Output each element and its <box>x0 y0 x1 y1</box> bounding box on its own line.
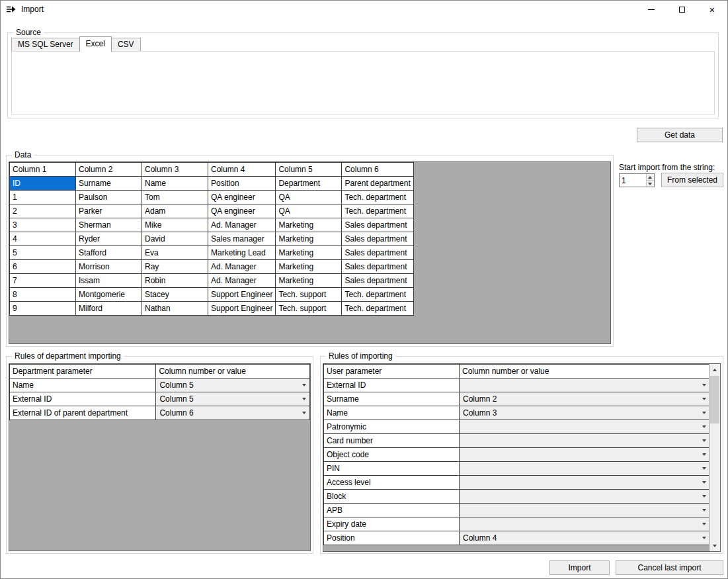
grid-cell[interactable]: 9 <box>10 302 76 316</box>
grid-cell[interactable]: QA <box>276 191 342 204</box>
grid-cell[interactable]: Sales department <box>342 274 413 288</box>
rule-value-combo[interactable] <box>460 504 709 517</box>
grid-cell[interactable]: 4 <box>10 232 76 246</box>
grid-cell[interactable]: 3 <box>10 218 76 232</box>
grid-cell[interactable]: 1 <box>10 191 76 204</box>
grid-cell[interactable]: Ryder <box>76 232 142 246</box>
grid-cell[interactable]: Ad. Manager <box>208 218 276 232</box>
tab-excel[interactable]: Excel <box>79 36 112 52</box>
rule-value-combo[interactable] <box>460 434 709 447</box>
grid-cell[interactable]: Ad. Manager <box>208 274 276 288</box>
grid-cell[interactable]: Surname <box>76 177 142 191</box>
grid-cell[interactable]: 7 <box>10 274 76 288</box>
grid-cell[interactable]: QA engineer <box>208 191 276 204</box>
rule-value-combo[interactable] <box>460 476 709 489</box>
grid-cell[interactable]: Robin <box>142 274 208 288</box>
import-button[interactable]: Import <box>549 560 610 575</box>
spinner-down-button[interactable] <box>647 181 654 187</box>
window-titlebar[interactable]: Import × <box>1 1 727 18</box>
grid-cell[interactable]: Marketing <box>276 218 342 232</box>
grid-cell[interactable]: Marketing <box>276 260 342 274</box>
rule-value-combo[interactable]: Column 2 <box>460 392 709 406</box>
grid-cell[interactable]: Tech. department <box>342 191 413 204</box>
grid-cell[interactable]: Marketing <box>276 232 342 246</box>
grid-column-header[interactable]: Column 6 <box>342 163 413 177</box>
grid-cell[interactable]: Stafford <box>76 246 142 260</box>
grid-cell[interactable]: Parent department <box>342 177 413 191</box>
grid-cell[interactable]: Stacey <box>142 288 208 302</box>
grid-cell[interactable]: Montgomerie <box>76 288 142 302</box>
rule-value-combo[interactable] <box>460 420 709 433</box>
grid-cell[interactable]: 8 <box>10 288 76 302</box>
grid-cell[interactable]: Sherman <box>76 218 142 232</box>
from-selected-button[interactable]: From selected <box>661 173 723 187</box>
tab-ms-sql-server[interactable]: MS SQL Server <box>11 38 80 51</box>
grid-cell[interactable]: Morrison <box>76 260 142 274</box>
grid-cell[interactable]: Ad. Manager <box>208 260 276 274</box>
rule-value-combo[interactable] <box>460 462 709 475</box>
grid-cell[interactable]: Position <box>208 177 276 191</box>
rule-value-combo[interactable] <box>460 490 709 503</box>
grid-cell[interactable]: Issam <box>76 274 142 288</box>
import-rules-scrollbar[interactable] <box>709 364 720 551</box>
grid-cell[interactable]: Name <box>142 177 208 191</box>
grid-cell[interactable]: Sales manager <box>208 232 276 246</box>
grid-cell[interactable]: Parker <box>76 204 142 218</box>
grid-cell[interactable]: Marketing <box>276 246 342 260</box>
close-button[interactable]: × <box>697 1 727 18</box>
grid-cell[interactable]: Sales department <box>342 260 413 274</box>
grid-cell[interactable]: Tech. support <box>276 288 342 302</box>
scrollbar-thumb[interactable] <box>710 376 719 423</box>
rule-value-combo[interactable]: Column 5 <box>156 392 309 406</box>
grid-column-header[interactable]: Column 1 <box>10 163 76 177</box>
grid-cell[interactable]: Tech. department <box>342 302 413 316</box>
grid-cell[interactable]: Adam <box>142 204 208 218</box>
grid-cell[interactable]: Mike <box>142 218 208 232</box>
grid-cell[interactable]: Milford <box>76 302 142 316</box>
grid-column-header[interactable]: Column 2 <box>76 163 142 177</box>
grid-cell[interactable]: Tom <box>142 191 208 204</box>
scrollbar-down-button[interactable] <box>709 540 720 551</box>
app-icon[interactable] <box>6 4 17 15</box>
start-import-spinner[interactable] <box>619 173 655 187</box>
grid-column-header[interactable]: Column 5 <box>276 163 342 177</box>
grid-cell[interactable]: Sales department <box>342 218 413 232</box>
scrollbar-up-button[interactable] <box>709 364 720 375</box>
minimize-button[interactable] <box>636 1 667 18</box>
grid-cell[interactable]: Support Engineer <box>208 288 276 302</box>
rule-value-combo[interactable] <box>460 517 709 531</box>
grid-cell[interactable]: 6 <box>10 260 76 274</box>
maximize-button[interactable] <box>667 1 697 18</box>
rule-value-combo[interactable] <box>460 379 709 392</box>
grid-cell[interactable]: Eva <box>142 246 208 260</box>
grid-cell[interactable]: Tech. department <box>342 288 413 302</box>
get-data-button[interactable]: Get data <box>637 128 723 142</box>
grid-column-header[interactable]: Column 3 <box>142 163 208 177</box>
grid-cell[interactable]: Sales department <box>342 232 413 246</box>
grid-cell[interactable]: QA <box>276 204 342 218</box>
grid-cell[interactable]: Marketing Lead <box>208 246 276 260</box>
grid-cell[interactable]: 2 <box>10 204 76 218</box>
start-import-value-input[interactable] <box>620 174 646 187</box>
grid-cell[interactable]: Nathan <box>142 302 208 316</box>
grid-cell[interactable]: 5 <box>10 246 76 260</box>
grid-column-header[interactable]: Column 4 <box>208 163 276 177</box>
grid-cell[interactable]: Tech. support <box>276 302 342 316</box>
grid-cell[interactable]: David <box>142 232 208 246</box>
grid-cell[interactable]: Paulson <box>76 191 142 204</box>
grid-cell[interactable]: Marketing <box>276 274 342 288</box>
cancel-last-import-button[interactable]: Cancel last import <box>616 560 723 575</box>
grid-cell[interactable]: ID <box>10 177 76 191</box>
rule-value-combo[interactable] <box>460 448 709 461</box>
spinner-up-button[interactable] <box>647 174 654 181</box>
rule-value-combo[interactable]: Column 4 <box>460 531 709 545</box>
grid-cell[interactable]: Sales department <box>342 246 413 260</box>
grid-cell[interactable]: Ray <box>142 260 208 274</box>
tab-csv[interactable]: CSV <box>111 38 141 51</box>
grid-cell[interactable]: Support Engineer <box>208 302 276 316</box>
grid-cell[interactable]: QA engineer <box>208 204 276 218</box>
rule-value-combo[interactable]: Column 3 <box>460 406 709 420</box>
grid-cell[interactable]: Tech. department <box>342 204 413 218</box>
rule-value-combo[interactable]: Column 5 <box>156 379 309 392</box>
rule-value-combo[interactable]: Column 6 <box>156 406 309 420</box>
